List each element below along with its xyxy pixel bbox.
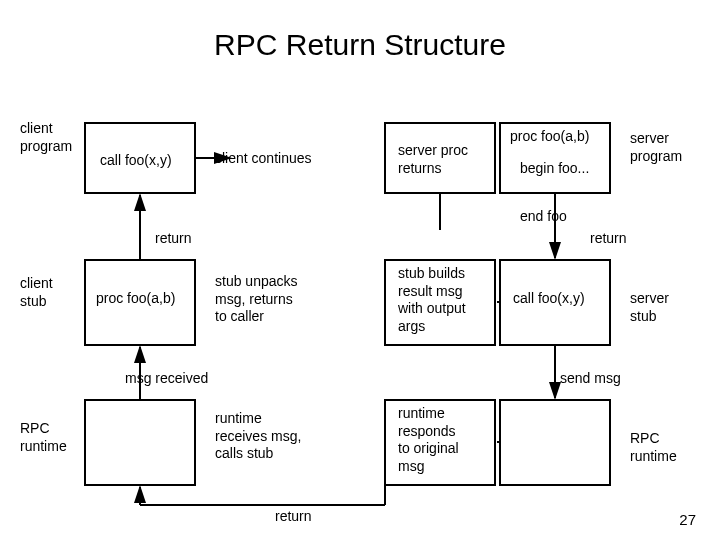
label-client-continues: client continues: [215, 150, 312, 168]
label-stub-unpacks: stub unpacks msg, returns to caller: [215, 273, 298, 326]
label-rpc-runtime-right: RPC runtime: [630, 430, 677, 465]
label-server-proc-returns: server proc returns: [398, 142, 468, 177]
page-number: 27: [679, 511, 696, 528]
label-return-right: return: [590, 230, 627, 248]
label-runtime-receives: runtime receives msg, calls stub: [215, 410, 301, 463]
label-begin-foo: begin foo...: [520, 160, 589, 178]
label-rpc-runtime-left: RPC runtime: [20, 420, 67, 455]
label-return-left: return: [155, 230, 192, 248]
label-send-msg: send msg: [560, 370, 621, 388]
label-server-stub: server stub: [630, 290, 669, 325]
label-return-bottom: return: [275, 508, 312, 526]
svg-rect-6: [85, 400, 195, 485]
label-client-stub: client stub: [20, 275, 53, 310]
label-server-program: server program: [630, 130, 682, 165]
label-runtime-responds: runtime responds to original msg: [398, 405, 459, 475]
label-proc-foo-ab-left: proc foo(a,b): [96, 290, 175, 308]
label-client-program: client program: [20, 120, 72, 155]
diagram-svg: [0, 0, 720, 540]
label-end-foo: end foo: [520, 208, 567, 226]
label-call-foo-xy-right: call foo(x,y): [513, 290, 585, 308]
svg-rect-8: [500, 400, 610, 485]
label-msg-received: msg received: [125, 370, 208, 388]
label-stub-builds: stub builds result msg with output args: [398, 265, 466, 335]
label-call-foo-xy: call foo(x,y): [100, 152, 172, 170]
label-proc-foo-ab-top: proc foo(a,b): [510, 128, 589, 146]
diagram-container: client program server program client stu…: [0, 0, 720, 540]
